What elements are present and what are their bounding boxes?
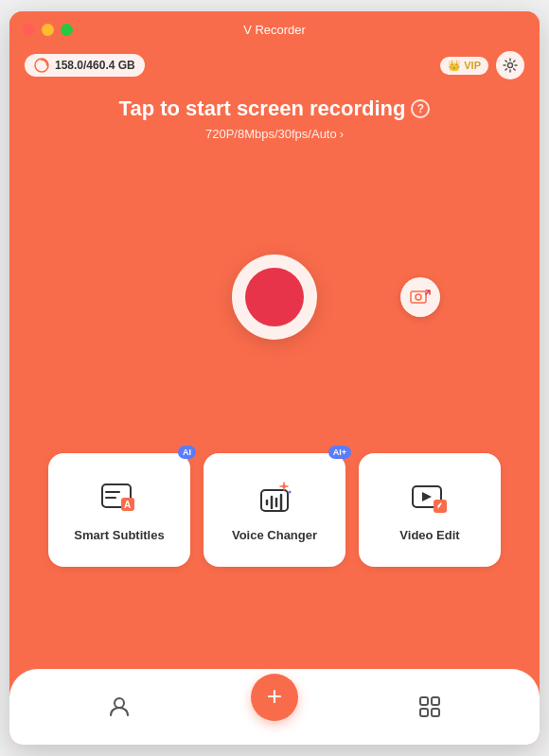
svg-rect-27 bbox=[432, 709, 439, 716]
titlebar: V Recorder bbox=[9, 11, 540, 47]
add-button[interactable]: + bbox=[251, 674, 298, 721]
smart-subtitles-label: Smart Subtitles bbox=[74, 528, 164, 542]
app-window: V Recorder 158.0/460.4 GB 👑 VIP bbox=[9, 11, 540, 745]
record-inner-dot bbox=[245, 268, 304, 326]
titlebar-buttons bbox=[23, 24, 73, 36]
grid-icon bbox=[417, 694, 442, 719]
storage-icon bbox=[34, 58, 49, 73]
svg-point-19 bbox=[289, 490, 292, 493]
video-edit-label: Video Edit bbox=[399, 528, 459, 542]
storage-badge: 158.0/460.4 GB bbox=[25, 54, 145, 77]
vip-icon: 👑 bbox=[448, 60, 461, 72]
record-button-area bbox=[232, 255, 317, 340]
svg-marker-21 bbox=[422, 492, 432, 501]
gear-icon bbox=[503, 58, 518, 73]
svg-rect-2 bbox=[411, 291, 426, 303]
profile-button[interactable] bbox=[107, 694, 132, 719]
voice-changer-label: Voice Changer bbox=[232, 528, 317, 542]
vip-label: VIP bbox=[464, 60, 481, 71]
window-title: V Recorder bbox=[243, 23, 306, 37]
person-icon bbox=[107, 694, 132, 719]
svg-rect-9 bbox=[261, 490, 288, 511]
topbar-right: 👑 VIP bbox=[440, 51, 524, 79]
voice-changer-icon bbox=[254, 479, 295, 520]
feature-cards: AI A Smart Subtitles AI+ bbox=[29, 453, 520, 567]
voice-changer-card[interactable]: AI+ bbox=[204, 453, 345, 567]
video-edit-card[interactable]: Video Edit bbox=[359, 453, 501, 567]
svg-rect-26 bbox=[420, 709, 428, 716]
svg-point-3 bbox=[416, 294, 421, 300]
topbar: 158.0/460.4 GB 👑 VIP bbox=[9, 47, 540, 87]
tap-title: Tap to start screen recording ? bbox=[119, 97, 431, 121]
settings-sub[interactable]: 720P/8Mbps/30fps/Auto › bbox=[205, 127, 344, 141]
main-content: Tap to start screen recording ? 720P/8Mb… bbox=[9, 87, 540, 567]
smart-subtitles-icon: A bbox=[98, 479, 140, 520]
video-edit-icon bbox=[409, 479, 451, 520]
maximize-button[interactable] bbox=[61, 24, 73, 36]
record-button[interactable] bbox=[232, 255, 317, 340]
minimize-button[interactable] bbox=[42, 24, 54, 36]
smart-subtitles-card[interactable]: AI A Smart Subtitles bbox=[48, 453, 190, 567]
apps-button[interactable] bbox=[417, 694, 442, 719]
ai-badge-subtitles: AI bbox=[178, 446, 196, 459]
side-screenshot-button[interactable] bbox=[400, 277, 440, 317]
svg-text:A: A bbox=[124, 500, 131, 510]
help-icon[interactable]: ? bbox=[411, 99, 430, 118]
svg-point-1 bbox=[508, 63, 513, 68]
screenshot-icon bbox=[410, 289, 431, 306]
svg-rect-24 bbox=[420, 697, 428, 705]
close-button[interactable] bbox=[23, 24, 35, 36]
ai-badge-voice: AI+ bbox=[328, 446, 351, 459]
svg-rect-25 bbox=[432, 697, 439, 705]
bottom-bar: + bbox=[9, 669, 540, 745]
vip-badge[interactable]: 👑 VIP bbox=[440, 57, 488, 75]
svg-point-23 bbox=[115, 698, 124, 708]
add-icon: + bbox=[267, 683, 282, 710]
storage-text: 158.0/460.4 GB bbox=[55, 59, 135, 72]
settings-button[interactable] bbox=[496, 51, 524, 79]
